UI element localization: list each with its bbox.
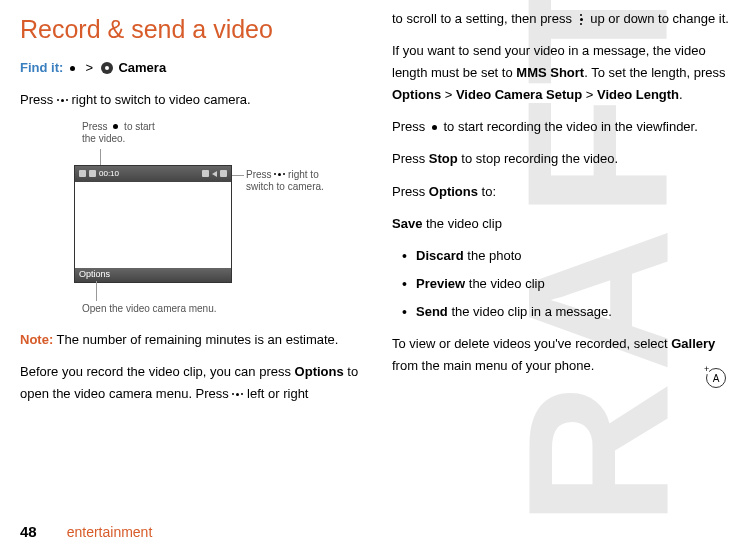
stop-label: Stop	[429, 151, 458, 166]
text-fragment: the video clip	[422, 216, 502, 231]
breadcrumb-sep: >	[86, 60, 94, 75]
save-clip-text: Save the video clip	[392, 213, 734, 235]
text-fragment: left or right	[243, 386, 308, 401]
viewfinder-mock: 00:10 Options	[74, 165, 232, 283]
list-item: Send the video clip in a message.	[416, 301, 734, 323]
accessibility-icon: A	[706, 368, 726, 388]
record-timer: 00:10	[99, 169, 119, 179]
camera-mode-icon	[220, 170, 227, 177]
text-fragment: to:	[478, 184, 496, 199]
viewfinder-bottombar: Options	[75, 268, 231, 282]
text-fragment: the video clip	[465, 276, 545, 291]
center-key-icon	[67, 63, 78, 74]
text-fragment: Press	[392, 184, 429, 199]
options-bullet-list: Discard the photo Preview the video clip…	[416, 245, 734, 323]
save-label: Save	[392, 216, 422, 231]
start-recording-text: Press to start recording the video in th…	[392, 116, 734, 138]
nav-lr-icon	[57, 95, 68, 106]
gallery-text: To view or delete videos you've recorded…	[392, 333, 734, 377]
text-fragment: To view or delete videos you've recorded…	[392, 336, 671, 351]
video-length-label: Video Length	[597, 87, 679, 102]
text-fragment: to stop recording the video.	[458, 151, 618, 166]
text-fragment: up or down to change it.	[587, 11, 729, 26]
center-key-icon	[110, 121, 121, 132]
press-right-text: Press right to switch to video camera.	[20, 89, 362, 111]
section-name: entertainment	[67, 524, 153, 540]
text-fragment: Press	[82, 121, 110, 132]
list-item: Preview the video clip	[416, 273, 734, 295]
mms-short-label: MMS Short	[516, 65, 584, 80]
text-fragment: Press	[20, 92, 57, 107]
list-item: Discard the photo	[416, 245, 734, 267]
page-title: Record & send a video	[20, 8, 362, 51]
text-fragment: Press	[246, 169, 274, 180]
text-fragment: Before you record the video clip, you ca…	[20, 364, 295, 379]
camera-icon	[101, 62, 113, 74]
viewfinder-topbar: 00:10	[75, 166, 231, 182]
text-fragment: >	[441, 87, 456, 102]
text-fragment: from the main menu of your phone.	[392, 358, 594, 373]
text-fragment: the photo	[464, 248, 522, 263]
viewfinder-diagram: Press to start the video. Press right to…	[60, 121, 362, 321]
text-fragment: to start recording the video in the view…	[440, 119, 698, 134]
find-it-label: Find it:	[20, 60, 63, 75]
video-camera-setup-label: Video Camera Setup	[456, 87, 582, 102]
camera-label: Camera	[118, 60, 166, 75]
options-label: Options	[429, 184, 478, 199]
left-column: Record & send a video Find it: > Camera …	[20, 8, 362, 512]
scroll-setting-text: to scroll to a setting, then press up or…	[392, 8, 734, 30]
text-fragment: the video clip in a message.	[448, 304, 612, 319]
nav-lr-icon	[274, 169, 285, 180]
text-fragment: right to switch to video camera.	[68, 92, 251, 107]
text-fragment: >	[582, 87, 597, 102]
text-fragment: .	[679, 87, 683, 102]
callout-switch-camera: Press right to switch to camera.	[246, 169, 336, 194]
status-icon	[79, 170, 86, 177]
center-key-icon	[429, 122, 440, 133]
callout-open-menu: Open the video camera menu.	[82, 303, 242, 316]
page-columns: Record & send a video Find it: > Camera …	[0, 0, 754, 512]
page-number: 48	[20, 523, 37, 540]
find-it-line: Find it: > Camera	[20, 57, 362, 79]
text-fragment: Press	[392, 119, 429, 134]
status-icon	[89, 170, 96, 177]
options-label: Options	[392, 87, 441, 102]
text-fragment: . To set the length, press	[584, 65, 725, 80]
mode-icon	[202, 170, 209, 177]
page-footer: 48 entertainment	[20, 523, 152, 540]
before-record-text: Before you record the video clip, you ca…	[20, 361, 362, 405]
arrow-left-icon	[212, 171, 217, 177]
callout-start-video: Press to start the video.	[82, 121, 162, 146]
nav-lr-icon	[232, 389, 243, 400]
note-line: Note: The number of remaining minutes is…	[20, 329, 362, 351]
mms-short-text: If you want to send your video in a mess…	[392, 40, 734, 106]
press-options-text: Press Options to:	[392, 181, 734, 203]
note-label: Note:	[20, 332, 53, 347]
stop-recording-text: Press Stop to stop recording the video.	[392, 148, 734, 170]
text-fragment: to scroll to a setting, then press	[392, 11, 576, 26]
right-column: to scroll to a setting, then press up or…	[392, 8, 734, 512]
nav-ud-icon	[576, 14, 587, 25]
gallery-label: Gallery	[671, 336, 715, 351]
send-label: Send	[416, 304, 448, 319]
discard-label: Discard	[416, 248, 464, 263]
text-fragment: Press	[392, 151, 429, 166]
callout-line	[96, 281, 97, 301]
note-text: The number of remaining minutes is an es…	[53, 332, 338, 347]
preview-label: Preview	[416, 276, 465, 291]
options-label: Options	[295, 364, 344, 379]
